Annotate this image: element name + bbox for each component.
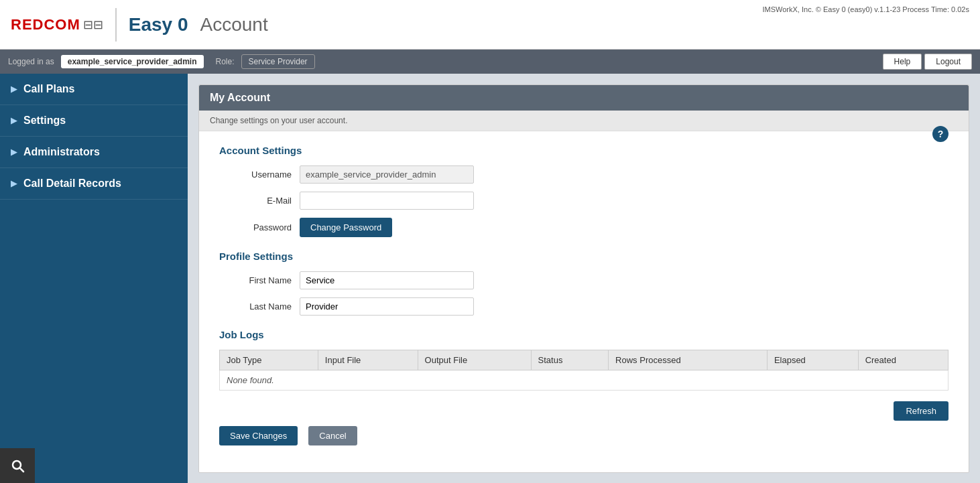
page-title: Account bbox=[200, 14, 268, 36]
last-name-input[interactable] bbox=[300, 297, 474, 316]
col-output-file: Output File bbox=[418, 350, 531, 370]
account-settings-title: Account Settings bbox=[219, 145, 948, 156]
logo-icon: ⊟⊟ bbox=[83, 17, 103, 32]
content-header: My Account bbox=[199, 85, 969, 111]
sidebar-item-call-detail-records[interactable]: ▶ Call Detail Records bbox=[0, 168, 188, 200]
header-divider bbox=[115, 8, 117, 42]
col-rows-processed: Rows Processed bbox=[609, 350, 768, 370]
content-body: ? Account Settings Username E-Mail Passw… bbox=[199, 131, 969, 472]
topbar: Logged in as example_service_provider_ad… bbox=[0, 50, 980, 74]
logo-text: REDCOM bbox=[11, 16, 80, 33]
sidebar-item-settings[interactable]: ▶ Settings bbox=[0, 105, 188, 137]
sidebar-item-label: Administrators bbox=[23, 146, 100, 158]
first-name-label: First Name bbox=[219, 275, 300, 285]
footer-buttons: Refresh bbox=[219, 401, 948, 421]
content-subheader: Change settings on your user account. bbox=[199, 111, 969, 131]
email-row: E-Mail bbox=[219, 192, 948, 210]
col-input-file: Input File bbox=[318, 350, 418, 370]
first-name-input[interactable] bbox=[300, 271, 474, 289]
col-status: Status bbox=[531, 350, 609, 370]
version-info: IMSWorkX, Inc. © Easy 0 (easy0) v.1.1-23… bbox=[763, 5, 969, 13]
app-name: Easy 0 bbox=[129, 14, 188, 36]
search-bottom-button[interactable] bbox=[0, 448, 35, 483]
email-label: E-Mail bbox=[219, 196, 300, 206]
role-label: Role: bbox=[216, 57, 235, 66]
job-logs-title: Job Logs bbox=[219, 329, 948, 340]
topbar-actions: Help Logout bbox=[883, 54, 972, 70]
main-content: My Account Change settings on your user … bbox=[188, 74, 980, 483]
role-badge: Service Provider bbox=[241, 54, 315, 69]
search-icon bbox=[9, 458, 25, 474]
first-name-row: First Name bbox=[219, 271, 948, 289]
table-row-empty: None found. bbox=[220, 370, 948, 391]
username-row: Username bbox=[219, 165, 948, 184]
sidebar-item-label: Settings bbox=[23, 115, 66, 127]
col-job-type: Job Type bbox=[220, 350, 318, 370]
save-changes-button[interactable]: Save Changes bbox=[219, 426, 298, 445]
username-label: Username bbox=[219, 169, 300, 180]
logout-button[interactable]: Logout bbox=[924, 54, 972, 70]
password-row: Password Change Password bbox=[219, 218, 948, 237]
chevron-right-icon: ▶ bbox=[11, 84, 17, 94]
refresh-button[interactable]: Refresh bbox=[894, 401, 948, 421]
chevron-right-icon: ▶ bbox=[11, 179, 17, 188]
col-created: Created bbox=[858, 350, 948, 370]
job-logs-table: Job Type Input File Output File Status R… bbox=[219, 350, 948, 391]
sidebar: ▶ Call Plans ▶ Settings ▶ Administrators… bbox=[0, 74, 188, 483]
none-found-text: None found. bbox=[220, 370, 948, 391]
save-cancel-area: Save Changes Cancel bbox=[219, 421, 948, 459]
password-label: Password bbox=[219, 222, 300, 232]
sidebar-item-label: Call Detail Records bbox=[23, 178, 121, 190]
col-elapsed: Elapsed bbox=[767, 350, 858, 370]
username-badge: example_service_provider_admin bbox=[61, 55, 204, 68]
chevron-right-icon: ▶ bbox=[11, 116, 17, 125]
layout: ▶ Call Plans ▶ Settings ▶ Administrators… bbox=[0, 74, 980, 483]
header: REDCOM ⊟⊟ Easy 0 Account IMSWorkX, Inc. … bbox=[0, 0, 980, 50]
sidebar-item-label: Call Plans bbox=[23, 83, 74, 95]
help-icon-button[interactable]: ? bbox=[932, 126, 948, 142]
logo-area: REDCOM ⊟⊟ bbox=[11, 16, 103, 33]
logged-in-label: Logged in as bbox=[8, 57, 54, 66]
content-card: My Account Change settings on your user … bbox=[198, 84, 969, 473]
profile-settings-title: Profile Settings bbox=[219, 251, 948, 262]
username-input bbox=[300, 165, 474, 184]
email-input[interactable] bbox=[300, 192, 474, 210]
sidebar-item-administrators[interactable]: ▶ Administrators bbox=[0, 137, 188, 168]
cancel-button[interactable]: Cancel bbox=[308, 426, 357, 445]
last-name-row: Last Name bbox=[219, 297, 948, 316]
chevron-right-icon: ▶ bbox=[11, 147, 17, 157]
help-button[interactable]: Help bbox=[883, 54, 922, 70]
change-password-button[interactable]: Change Password bbox=[300, 218, 392, 237]
last-name-label: Last Name bbox=[219, 301, 300, 312]
sidebar-item-call-plans[interactable]: ▶ Call Plans bbox=[0, 74, 188, 105]
